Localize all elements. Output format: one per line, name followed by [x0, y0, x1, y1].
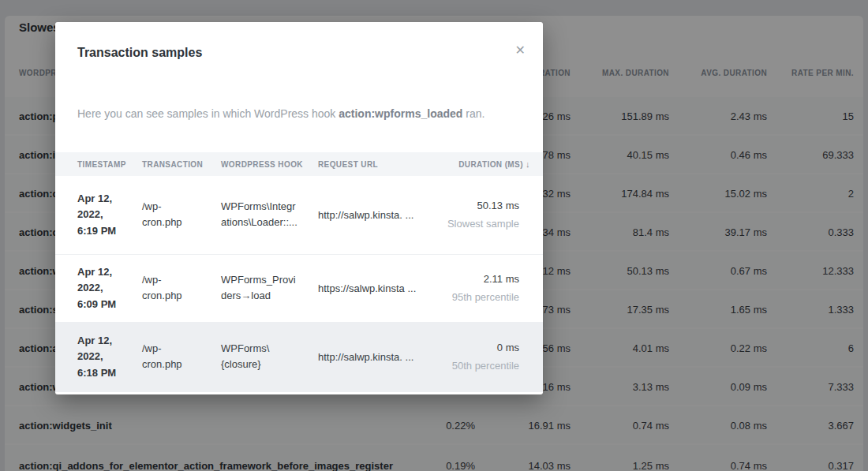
- sample-row[interactable]: Apr 12, 2022, 6:19 PM /wp- cron.php WPFo…: [55, 176, 543, 254]
- sort-descending-icon: ↓: [526, 159, 530, 169]
- sample-transaction: /wp- cron.php: [142, 199, 211, 232]
- column-header-wordpress-hook: WORDPRESS HOOK: [221, 160, 303, 169]
- sample-duration: 50.13 msSlowest sample: [447, 197, 519, 233]
- percentile-label: Slowest sample: [447, 216, 519, 233]
- hook-highlight: action:wpforms_loaded: [339, 107, 462, 120]
- sample-duration: 0 ms50th percentile: [452, 339, 519, 375]
- description-text: Here you can see samples in which WordPr…: [77, 107, 339, 120]
- sample-request-url: http://salwp.kinsta. ...: [318, 349, 444, 365]
- sample-transaction: /wp- cron.php: [142, 272, 211, 305]
- duration-value: 50.13 ms: [447, 197, 519, 214]
- column-header-timestamp: TIMESTAMP: [77, 160, 126, 169]
- sample-hook: WPForms\ {closure}: [221, 341, 316, 374]
- duration-value: 0 ms: [452, 339, 519, 356]
- sample-duration: 2.11 ms95th percentile: [452, 271, 519, 306]
- sample-timestamp: Apr 12, 2022, 6:09 PM: [77, 264, 140, 312]
- sample-row[interactable]: Apr 12, 2022, 6:18 PM /wp- cron.php WPFo…: [55, 322, 543, 392]
- sample-timestamp: Apr 12, 2022, 6:18 PM: [77, 332, 140, 381]
- percentile-label: 50th percentile: [452, 358, 519, 375]
- column-header-transaction: TRANSACTION: [142, 160, 203, 169]
- description-suffix: ran.: [462, 107, 485, 120]
- sample-request-url: https://salwp.kinsta ...: [318, 280, 444, 297]
- column-header-duration-sort[interactable]: DURATION (MS) ↓: [458, 159, 530, 169]
- percentile-label: 95th percentile: [452, 290, 519, 306]
- sample-request-url: http://salwp.kinsta. ...: [318, 207, 444, 223]
- duration-value: 2.11 ms: [452, 271, 519, 287]
- sample-timestamp: Apr 12, 2022, 6:19 PM: [77, 190, 140, 239]
- modal-description: Here you can see samples in which WordPr…: [77, 107, 521, 120]
- column-header-request-url: REQUEST URL: [318, 160, 378, 169]
- samples-table-header: TIMESTAMP TRANSACTION WORDPRESS HOOK REQ…: [55, 152, 543, 176]
- sample-row[interactable]: Apr 12, 2022, 6:09 PM /wp- cron.php WPFo…: [55, 254, 543, 322]
- transaction-samples-modal: Transaction samples ✕ Here you can see s…: [55, 22, 543, 394]
- duration-header-label: DURATION (MS): [458, 160, 523, 169]
- sample-transaction: /wp- cron.php: [142, 341, 211, 374]
- sample-hook: WPForms\Integr ations\Loader::...: [221, 199, 316, 232]
- modal-title: Transaction samples: [77, 46, 202, 60]
- sample-hook: WPForms_Provi ders→load: [221, 272, 316, 305]
- close-icon[interactable]: ✕: [515, 44, 526, 57]
